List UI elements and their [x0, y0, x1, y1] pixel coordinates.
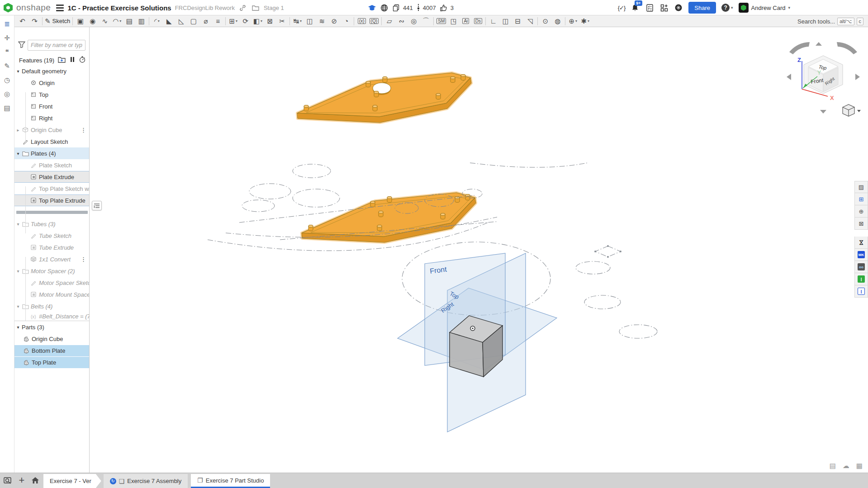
- view-cube-body[interactable]: Top Front Right: [804, 56, 843, 94]
- sketch-circles-right[interactable]: [576, 245, 657, 338]
- drag-handle-icon[interactable]: ⋮: [81, 127, 86, 133]
- search-tools-label[interactable]: Search tools...: [797, 18, 835, 25]
- view-grid-icon[interactable]: ▦: [856, 462, 863, 470]
- cad-import-icon[interactable]: ⊕: [854, 205, 868, 218]
- sketch-icon[interactable]: ✎Sketch: [44, 16, 71, 27]
- drawing-standards-icon[interactable]: Ds: [472, 16, 484, 27]
- mirror-icon[interactable]: ◧▾: [251, 16, 264, 27]
- transform-caret-icon[interactable]: ▾: [300, 19, 302, 23]
- document-panel-icon[interactable]: ▤: [2, 103, 12, 113]
- graphics-viewport[interactable]: Front Top Right Top Front Right Z: [90, 27, 868, 473]
- trim-icon[interactable]: ⊟: [512, 16, 524, 27]
- tasks-list-icon[interactable]: [645, 3, 654, 12]
- frame-icon[interactable]: ◫: [499, 16, 512, 27]
- top-plate-part[interactable]: [297, 73, 471, 123]
- blue-book-app-icon[interactable]: ❙: [854, 285, 868, 298]
- user-menu-caret-icon[interactable]: ▾: [788, 5, 790, 10]
- butterfly-app-icon[interactable]: ⋈: [854, 237, 868, 249]
- feature-list-toggle-icon[interactable]: ≣: [2, 19, 12, 29]
- suspend-icon[interactable]: [70, 57, 75, 64]
- gusset-icon[interactable]: ◹: [524, 16, 536, 27]
- green-book-app-icon[interactable]: ❙: [854, 273, 868, 285]
- boolean-icon[interactable]: ⊠: [264, 16, 276, 27]
- add-tab-button[interactable]: +: [16, 475, 27, 486]
- insert-feature-icon[interactable]: ⊕▾: [567, 16, 579, 27]
- keyboard-shortcuts-icon[interactable]: ▤: [830, 462, 836, 470]
- featurescript-check-icon[interactable]: {✓}: [618, 5, 626, 11]
- tab-exercise-7-part-studio[interactable]: ❐Exercise 7 Part Studio: [191, 474, 270, 488]
- expand-chevron-icon[interactable]: ▾: [14, 325, 22, 330]
- home-tab-button[interactable]: [30, 475, 41, 486]
- flange-icon[interactable]: ◳: [447, 16, 460, 27]
- part-top-plate[interactable]: Top Plate: [14, 356, 89, 368]
- helix-icon[interactable]: ∾: [395, 16, 408, 27]
- expand-chevron-icon[interactable]: ▾: [14, 304, 22, 309]
- feature-plate-sketch[interactable]: Plate Sketch: [14, 159, 89, 171]
- measure-icon[interactable]: ∟: [487, 16, 499, 27]
- variable-icon[interactable]: (x): [356, 16, 368, 27]
- document-title[interactable]: 1C - Practice Exercise Solutions: [67, 4, 171, 12]
- linear-pattern-icon[interactable]: ⊞▾: [227, 16, 239, 27]
- notifications-bell-icon[interactable]: 9+: [631, 3, 640, 12]
- bridging-curve-icon[interactable]: ⌒: [420, 16, 432, 27]
- circular-pattern-icon[interactable]: ⟳: [239, 16, 251, 27]
- loft-caret-icon[interactable]: ▾: [119, 19, 121, 23]
- expand-chevron-icon[interactable]: ▸: [14, 128, 22, 133]
- user-name[interactable]: Andrew Card: [751, 5, 786, 11]
- edit-notes-icon[interactable]: ✎: [2, 61, 12, 71]
- ai-advisor-icon[interactable]: Ai: [460, 16, 472, 27]
- copies-icon[interactable]: [392, 3, 401, 12]
- parts-header-row[interactable]: ▾Parts (3): [14, 321, 89, 333]
- split-icon[interactable]: ✂: [276, 16, 288, 27]
- project-curve-icon[interactable]: ◎: [408, 16, 420, 27]
- drag-handle-icon[interactable]: ⋮: [81, 256, 86, 263]
- expand-chevron-icon[interactable]: ▾: [14, 151, 22, 156]
- mirror-caret-icon[interactable]: ▾: [261, 19, 262, 23]
- insert-standard-content-icon[interactable]: ⊞: [854, 193, 868, 205]
- bottom-plate-part[interactable]: [302, 193, 476, 242]
- move-tool-icon[interactable]: ✛: [2, 33, 12, 43]
- search-parts-icon[interactable]: ◎: [2, 89, 12, 99]
- tab-exercise-7-ver[interactable]: Exercise 7 - Ver: [43, 474, 101, 488]
- linear-pattern-caret-icon[interactable]: ▾: [236, 19, 237, 23]
- main-menu-icon[interactable]: [56, 5, 64, 11]
- feature-filter-input[interactable]: [28, 40, 85, 51]
- draft-icon[interactable]: ◺: [175, 16, 187, 27]
- add-folder-icon[interactable]: [58, 57, 66, 64]
- part-bottom-plate[interactable]: Bottom Plate: [14, 345, 89, 356]
- onshape-logo-icon[interactable]: [4, 3, 13, 13]
- rib-icon[interactable]: ≡: [212, 16, 224, 27]
- offset-surface-icon[interactable]: ≋: [316, 16, 328, 27]
- sheet-metal-icon[interactable]: SM: [435, 16, 447, 27]
- delete-face-icon[interactable]: ⊘: [328, 16, 340, 27]
- collapse-feature-panel-button[interactable]: [92, 201, 102, 210]
- expand-chevron-icon[interactable]: ▾: [14, 222, 22, 227]
- feature-plate-extrude[interactable]: Plate Extrude: [14, 171, 89, 183]
- robot-app-icon[interactable]: oo: [854, 261, 868, 273]
- feature-plates-4[interactable]: ▾Plates (4): [14, 147, 89, 159]
- loft-icon[interactable]: ◠▾: [111, 16, 123, 27]
- plane-icon[interactable]: ▱: [383, 16, 395, 27]
- apps-grid-icon[interactable]: [659, 3, 669, 12]
- tab-exercise-7-assembly[interactable]: ↻❏Exercise 7 Assembly: [104, 474, 188, 488]
- followers-icon[interactable]: [416, 3, 421, 12]
- part-origin-cube[interactable]: Origin Cube: [14, 333, 89, 345]
- history-icon[interactable]: ◷: [2, 75, 12, 85]
- revolve-icon[interactable]: ◉: [86, 16, 99, 27]
- analysis-icon[interactable]: ⊙: [539, 16, 551, 27]
- thicken-icon[interactable]: ▤: [123, 16, 135, 27]
- capture-thumbnail-icon[interactable]: [3, 475, 14, 486]
- link-icon[interactable]: [238, 3, 247, 12]
- expand-chevron-icon[interactable]: ▾: [14, 69, 22, 74]
- rollback-bar[interactable]: [16, 211, 88, 214]
- user-avatar[interactable]: [739, 3, 749, 13]
- feature-origin[interactable]: Origin: [14, 77, 89, 89]
- hole-icon[interactable]: ⌀: [199, 16, 212, 27]
- help-caret-icon[interactable]: ▾: [731, 5, 733, 10]
- comments-icon[interactable]: ❝: [2, 47, 12, 57]
- learning-center-icon[interactable]: [674, 3, 683, 12]
- model-canvas[interactable]: Front Top Right: [90, 27, 868, 473]
- fillet-caret-icon[interactable]: ▾: [158, 19, 160, 23]
- modify-fillet-icon[interactable]: ◔: [340, 16, 352, 27]
- fillet-icon[interactable]: ◜▾: [151, 16, 163, 27]
